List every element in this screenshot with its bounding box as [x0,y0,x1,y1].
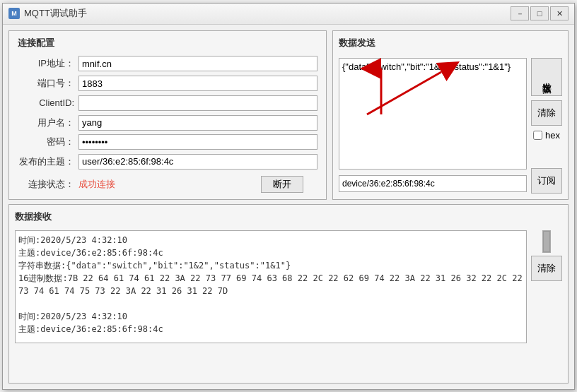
minimize-button[interactable]: － [511,6,529,20]
send-action-buttons: 发送数据 清除 hex 订阅 [531,58,562,194]
main-content: 连接配置 IP地址： 端口号： ClientID: 用户名： [3,25,574,389]
topic-row: 发布的主题： [18,153,317,171]
title-controls: － □ ✕ [511,6,569,20]
title-bar: M MQTT调试助手 － □ ✕ [3,4,574,25]
username-label: 用户名： [18,117,74,129]
clientid-input[interactable] [78,95,317,111]
connection-status: 成功连接 [78,178,257,191]
ip-row: IP地址： [18,55,317,73]
top-section: 连接配置 IP地址： 端口号： ClientID: 用户名： [8,30,569,200]
status-row: 连接状态： 成功连接 断开 [18,175,317,194]
port-row: 端口号： [18,74,317,93]
username-input[interactable] [78,115,317,131]
disconnect-button[interactable]: 断开 [261,176,303,193]
password-input[interactable] [78,134,317,150]
send-clear-button[interactable]: 清除 [531,100,562,126]
send-main [339,58,527,194]
title-bar-left: M MQTT调试助手 [8,7,87,20]
clientid-label: ClientID: [18,97,74,108]
send-right: 发送数据 清除 hex 订阅 [339,58,562,194]
receive-sidebar: 清除 [531,230,562,377]
ip-input[interactable] [78,56,317,71]
ip-label: IP地址： [18,57,74,70]
port-label: 端口号： [18,77,74,90]
send-data-button[interactable]: 发送数据 [531,58,562,96]
status-label: 连接状态： [18,178,74,191]
password-label: 密码： [18,136,74,148]
hex-checkbox[interactable] [533,131,542,140]
subscribe-topic-input[interactable] [339,175,527,192]
close-button[interactable]: ✕ [550,6,569,20]
receive-scrollbar[interactable] [542,230,551,253]
connection-panel: 连接配置 IP地址： 端口号： ClientID: 用户名： [8,30,327,200]
send-data-input[interactable] [339,58,527,170]
main-window: M MQTT调试助手 － □ ✕ 连接配置 IP地址： 端口号： [2,3,575,390]
scrollbar-thumb[interactable] [543,231,550,252]
maximize-button[interactable]: □ [530,6,549,20]
password-row: 密码： [18,133,317,151]
send-title: 数据发送 [339,37,562,49]
publish-topic-label: 发布的主题： [18,155,74,168]
connection-title: 连接配置 [18,37,317,49]
send-panel: 数据发送 [332,30,569,200]
subscribe-button[interactable]: 订阅 [531,168,562,194]
receive-title: 数据接收 [15,210,562,223]
receive-clear-button[interactable]: 清除 [531,256,562,281]
username-row: 用户名： [18,114,317,132]
receive-content: 清除 [15,230,562,377]
hex-label: hex [545,130,560,141]
receive-data-area[interactable] [15,230,527,343]
port-input[interactable] [78,76,317,91]
window-title: MQTT调试助手 [24,7,87,20]
subscribe-topic-row [339,174,527,194]
app-icon: M [8,8,20,19]
receive-panel: 数据接收 清除 [8,204,569,384]
clientid-row: ClientID: [18,94,317,112]
hex-row: hex [533,130,560,141]
send-textarea-wrapper [339,58,527,170]
publish-topic-input[interactable] [78,154,317,170]
